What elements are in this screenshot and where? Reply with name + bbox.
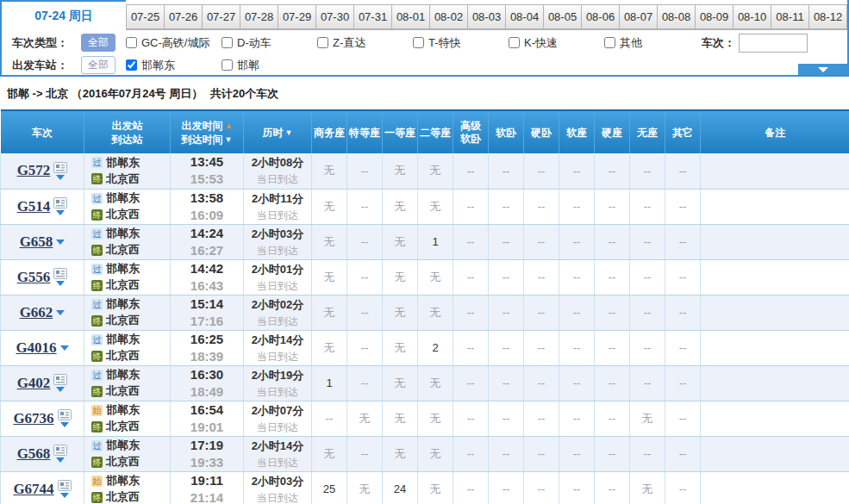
- expand-caret-icon[interactable]: [56, 457, 65, 463]
- date-tab[interactable]: 07-30: [316, 4, 354, 29]
- train-row: G6744始邯郸东终北京西19:1121:142小时03分当日到达25无24无-…: [1, 471, 849, 504]
- train-number-link[interactable]: G662: [20, 304, 53, 321]
- timetable-card-icon[interactable]: [53, 268, 67, 279]
- expand-caret-icon[interactable]: [56, 310, 65, 315]
- train-number-link[interactable]: G402: [17, 375, 51, 392]
- date-tab[interactable]: 08-05: [544, 4, 582, 29]
- date-tab-active[interactable]: 07-24 周日: [2, 0, 126, 30]
- col-duration-sort[interactable]: 历时▼: [244, 110, 312, 153]
- timetable-card-icon[interactable]: [58, 480, 72, 491]
- arrive-day: 当日到达: [244, 455, 311, 470]
- seat-cell: 1: [312, 365, 347, 401]
- train-type-all-button[interactable]: 全部: [81, 34, 115, 52]
- train-number-link[interactable]: G572: [17, 162, 51, 179]
- checkbox-icon[interactable]: [509, 37, 520, 48]
- seat-cell: --: [347, 436, 383, 471]
- checkbox-icon[interactable]: [604, 37, 615, 48]
- timetable-card-icon[interactable]: [58, 409, 72, 420]
- expand-caret-icon[interactable]: [56, 240, 65, 245]
- train-number-link[interactable]: G6744: [13, 481, 53, 498]
- times-cell: 15:1417:16: [171, 295, 244, 330]
- train-number-link[interactable]: G658: [20, 233, 53, 251]
- seat-cell: --: [347, 295, 383, 330]
- arrive-day: 当日到达: [244, 278, 311, 294]
- date-tab[interactable]: 08-06: [582, 4, 620, 29]
- date-tab[interactable]: 07-28: [240, 4, 278, 29]
- date-tab[interactable]: 08-09: [696, 4, 734, 29]
- date-tab[interactable]: 08-07: [620, 4, 658, 29]
- seat-cell: --: [524, 436, 559, 471]
- train-number-input[interactable]: [739, 34, 808, 53]
- expand-caret-icon[interactable]: [60, 345, 69, 351]
- date-tab[interactable]: 08-03: [468, 4, 506, 29]
- date-tab[interactable]: 08-10: [734, 4, 771, 29]
- train-no-cell: G6736: [1, 401, 84, 436]
- filter-type-0[interactable]: GC-高铁/城际: [126, 35, 222, 51]
- seat-cell: --: [489, 401, 524, 436]
- filter-type-4[interactable]: K-快速: [509, 35, 604, 51]
- seat-cell: 无: [418, 471, 453, 504]
- to-station-badge: 终: [91, 245, 103, 256]
- checkbox-label: GC-高铁/城际: [141, 35, 209, 51]
- expand-caret-icon[interactable]: [56, 175, 65, 180]
- expand-caret-icon[interactable]: [56, 387, 65, 392]
- train-row: G568过邯郸东终北京西17:1919:332小时14分当日到达无--无无---…: [1, 436, 849, 471]
- checkbox-icon[interactable]: [222, 37, 233, 48]
- from-station-badge: 过: [91, 228, 103, 240]
- remark-cell: [701, 189, 849, 224]
- date-tab[interactable]: 08-04: [506, 4, 544, 29]
- expand-caret-icon[interactable]: [56, 210, 65, 215]
- checkbox-label: Z-直达: [333, 35, 365, 51]
- date-tab[interactable]: 08-11: [771, 4, 809, 29]
- date-tab[interactable]: 07-26: [165, 4, 203, 29]
- filter-type-5[interactable]: 其他: [604, 35, 700, 51]
- train-number-link[interactable]: G514: [17, 198, 51, 215]
- expand-caret-icon[interactable]: [60, 493, 69, 498]
- date-tab[interactable]: 07-25: [126, 4, 165, 29]
- date-tab[interactable]: 07-29: [278, 4, 316, 29]
- depart-time: 16:54: [171, 401, 243, 419]
- checkbox-icon[interactable]: [222, 59, 233, 71]
- seat-cell: --: [595, 330, 630, 365]
- date-tab[interactable]: 08-08: [658, 4, 696, 29]
- seat-cell: --: [630, 436, 665, 471]
- remark-cell: [701, 153, 849, 189]
- filter-station-0[interactable]: 邯郸东: [126, 58, 222, 73]
- date-tab[interactable]: 08-01: [392, 4, 430, 29]
- summary-route: 邯郸 -> 北京: [7, 87, 68, 100]
- date-tab[interactable]: 07-27: [203, 4, 240, 29]
- expand-caret-icon[interactable]: [56, 281, 65, 286]
- filter-type-2[interactable]: Z-直达: [317, 35, 413, 51]
- checkbox-icon[interactable]: [126, 37, 137, 48]
- date-tab[interactable]: 08-12: [809, 4, 847, 29]
- filter-type-1[interactable]: D-动车: [222, 35, 317, 51]
- train-number-link[interactable]: G4016: [16, 339, 56, 357]
- col-remark: 备注: [701, 110, 849, 153]
- train-number-link[interactable]: G6736: [13, 410, 53, 427]
- col-seat-soft: 软座: [559, 110, 595, 153]
- expand-caret-icon[interactable]: [60, 422, 69, 427]
- arrive-time: 21:14: [171, 489, 243, 504]
- filter-station-1[interactable]: 邯郸: [222, 58, 317, 73]
- filter-type-3[interactable]: T-特快: [413, 35, 509, 51]
- seat-cell: 无: [418, 295, 453, 330]
- checkbox-icon[interactable]: [413, 37, 424, 48]
- checkbox-icon[interactable]: [126, 59, 137, 71]
- seat-cell: --: [665, 471, 701, 504]
- seat-cell: --: [665, 436, 701, 471]
- collapse-filter-button[interactable]: [798, 64, 847, 75]
- checkbox-icon[interactable]: [317, 37, 328, 48]
- timetable-card-icon[interactable]: [53, 445, 67, 456]
- timetable-card-icon[interactable]: [53, 374, 67, 385]
- duration-cell: 2小时03分当日到达: [244, 471, 312, 504]
- date-tab[interactable]: 07-31: [354, 4, 392, 29]
- date-tab[interactable]: 08-02: [430, 4, 468, 29]
- col-times-sort[interactable]: 出发时间▲ 到达时间▼: [171, 110, 244, 153]
- timetable-card-icon[interactable]: [53, 162, 67, 173]
- depart-station-all-button[interactable]: 全部: [81, 56, 115, 74]
- timetable-card-icon[interactable]: [53, 197, 67, 208]
- train-number-link[interactable]: G556: [17, 269, 51, 286]
- col-seat-deluxe-sleeper: 高级软卧: [453, 110, 489, 153]
- from-station-badge: 过: [91, 334, 103, 345]
- train-number-link[interactable]: G568: [17, 445, 51, 463]
